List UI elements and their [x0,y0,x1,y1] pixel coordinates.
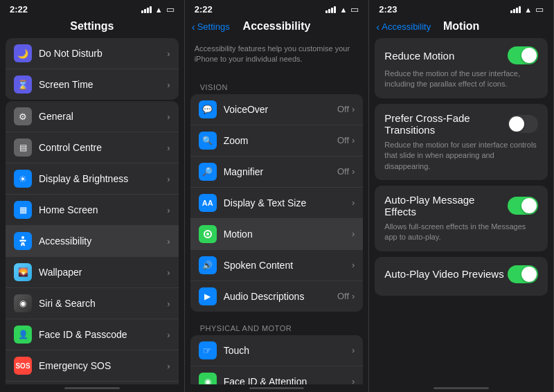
settings-list[interactable]: 🌙 Do Not Disturb › ⌛ Screen Time › ⚙ Gen… [0,38,184,384]
audio-desc-value: Off [337,291,349,301]
settings-item-general[interactable]: ⚙ General › [6,101,179,132]
chevron-icon: › [167,236,170,247]
accessibility-label: Accessibility [39,235,167,247]
wifi-icon-1: ▲ [155,6,163,14]
spoken-label: Spoken Content [224,260,352,271]
svg-point-2 [206,233,209,235]
prefer-cross-fade-toggle[interactable] [508,115,538,133]
autoplay-message-title: Auto-Play Message Effects [384,194,508,217]
siri-label: Siri & Search [39,298,167,309]
nav-title-1: Settings [70,20,114,33]
panel-settings: 2:22 ▲ ▭ Settings 🌙 Do Not Disturb › ⌛ S… [0,0,185,392]
chevron-icon: › [352,345,355,355]
emergency-sos-icon: SOS [14,357,32,375]
settings-item-face-id[interactable]: 👤 Face ID & Passcode › [6,319,179,350]
settings-item-exposure[interactable]: ✺ Exposure Notifications › [6,382,179,384]
settings-item-siri[interactable]: ◉ Siri & Search › [6,288,179,319]
settings-item-emergency-sos[interactable]: SOS Emergency SOS › [6,350,179,382]
back-chevron-icon: ‹ [376,21,379,33]
back-button-accessibility[interactable]: ‹ Settings [192,21,230,33]
accessibility-item-zoom[interactable]: 🔍 Zoom Off › [190,125,364,157]
nav-bar-2: ‹ Settings Accessibility [185,17,369,38]
vision-section-header: VISION [190,72,364,94]
display-text-label: Display & Text Size [224,197,352,208]
chevron-icon: › [352,260,355,270]
chevron-icon: › [352,376,355,384]
status-icons-1: ▲ ▭ [141,4,175,15]
chevron-icon: › [352,135,355,145]
scroll-indicator-3 [434,387,489,389]
chevron-icon: › [167,205,170,215]
zoom-icon: 🔍 [199,132,217,150]
reduce-motion-desc: Reduce the motion of the user interface,… [384,69,538,90]
panel-accessibility: 2:22 ▲ ▭ ‹ Settings Accessibility Access… [185,0,370,392]
settings-item-display[interactable]: ☀ Display & Brightness › [6,163,179,195]
magnifier-icon: 🔎 [199,163,217,181]
accessibility-icon [14,232,32,250]
nav-title-3: Motion [443,20,479,33]
chevron-icon: › [167,267,170,278]
prefer-cross-fade-item: Prefer Cross-Fade Transitions Reduce the… [375,104,548,180]
emergency-sos-label: Emergency SOS [39,360,167,371]
status-time-3: 2:23 [379,4,397,15]
accessibility-list[interactable]: VISION 💬 VoiceOver Off › 🔍 Zoom Off › 🔎 … [185,72,369,384]
wifi-icon-3: ▲ [524,6,532,14]
display-label: Display & Brightness [39,173,167,184]
chevron-icon: › [167,299,170,309]
accessibility-item-audio-desc[interactable]: ▶ Audio Descriptions Off › [190,281,364,312]
chevron-icon: › [167,112,170,122]
autoplay-video-item: Auto-Play Video Previews [375,257,548,296]
accessibility-item-magnifier[interactable]: 🔎 Magnifier Off › [190,157,364,188]
motion-icon [199,225,217,243]
audio-desc-label: Audio Descriptions [224,291,337,302]
autoplay-video-header: Auto-Play Video Previews [384,265,538,283]
voiceover-icon: 💬 [199,100,217,118]
chevron-icon: › [167,80,170,90]
autoplay-message-toggle[interactable] [508,197,538,215]
nav-bar-1: Settings [0,17,184,38]
home-screen-icon: ▦ [14,201,32,219]
accessibility-item-spoken[interactable]: 🔊 Spoken Content › [190,250,364,281]
settings-item-wallpaper[interactable]: 🌄 Wallpaper › [6,257,179,288]
chevron-icon: › [352,291,355,301]
settings-item-screen-time[interactable]: ⌛ Screen Time › [6,69,179,100]
settings-item-do-not-disturb[interactable]: 🌙 Do Not Disturb › [6,38,179,69]
general-label: General [39,111,167,122]
prefer-cross-fade-title: Prefer Cross-Fade Transitions [384,112,508,136]
status-bar-1: 2:22 ▲ ▭ [0,0,184,17]
reduce-motion-toggle[interactable] [508,46,538,64]
physical-motor-group: ☞ Touch › ◉ Face ID & Attention › ◫ Swit… [190,335,364,384]
settings-item-accessibility[interactable]: Accessibility › [6,226,179,257]
accessibility-item-touch[interactable]: ☞ Touch › [190,335,364,366]
settings-item-control-centre[interactable]: ▤ Control Centre › [6,132,179,163]
home-screen-label: Home Screen [39,204,167,215]
status-icons-2: ▲ ▭ [325,4,359,15]
status-bar-2: 2:22 ▲ ▭ [185,0,369,17]
back-label-motion: Accessibility [382,21,431,32]
signal-icon-2 [325,6,336,13]
do-not-disturb-label: Do Not Disturb [39,48,167,59]
accessibility-item-voiceover[interactable]: 💬 VoiceOver Off › [190,94,364,125]
settings-item-home-screen[interactable]: ▦ Home Screen › [6,195,179,226]
scroll-indicator-1 [64,387,120,389]
accessibility-item-face-id-attention[interactable]: ◉ Face ID & Attention › [190,366,364,384]
face-id-attention-label: Face ID & Attention [224,376,352,384]
signal-icon-1 [141,6,152,13]
status-time-2: 2:22 [195,4,213,15]
chevron-icon: › [167,174,170,184]
control-centre-label: Control Centre [39,142,167,153]
face-id-icon: 👤 [14,326,32,344]
magnifier-label: Magnifier [224,166,337,177]
back-label-accessibility: Settings [197,21,230,32]
voiceover-label: VoiceOver [224,104,337,115]
screen-time-icon: ⌛ [14,75,32,93]
signal-icon-3 [510,6,521,13]
accessibility-item-motion[interactable]: Motion › [190,219,364,250]
status-time-1: 2:22 [10,4,28,15]
general-icon: ⚙ [14,107,32,125]
accessibility-item-display-text[interactable]: AA Display & Text Size › [190,188,364,219]
autoplay-video-toggle[interactable] [508,265,538,283]
prefer-cross-fade-desc: Reduce the motion for user interface con… [384,140,538,172]
motion-settings-list: Reduce Motion Reduce the motion of the u… [369,38,553,384]
back-button-motion[interactable]: ‹ Accessibility [376,21,431,33]
